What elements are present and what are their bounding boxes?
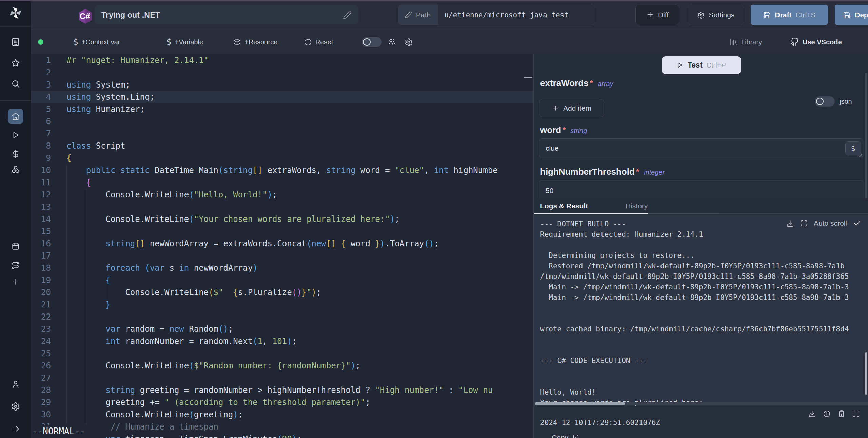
code-line[interactable]: 18 foreach (var s in newWordArray) [31, 262, 533, 274]
code-line[interactable]: 13 [31, 201, 533, 213]
code-line[interactable]: 25 [31, 347, 533, 360]
sidebar-item-add[interactable] [11, 278, 20, 286]
scrollbar-thumb[interactable] [535, 402, 625, 405]
check-icon[interactable] [853, 219, 861, 227]
code-line[interactable]: 23 var random = new Random(); [31, 323, 533, 335]
windmill-logo-icon[interactable] [8, 5, 23, 22]
sidebar-item-variables[interactable] [11, 150, 20, 158]
json-toggle[interactable] [815, 96, 835, 107]
field-name: extraWords [540, 78, 589, 89]
tab-history[interactable]: History [626, 198, 648, 213]
path-label-section: Path [398, 5, 438, 25]
code-line[interactable]: 19 { [31, 274, 533, 286]
result-section: 2024-12-10T17:29:51.6021076Z Copy [534, 406, 868, 438]
test-button[interactable]: Test Ctrl+↵ [662, 56, 741, 74]
code-line[interactable]: 14 Console.WriteLine("Your chosen words … [31, 213, 533, 225]
code-line[interactable]: 15 [31, 225, 533, 237]
edit-title-pencil-icon[interactable] [343, 11, 352, 19]
line-text: { [66, 153, 71, 163]
threshold-input[interactable]: 50 [539, 180, 863, 201]
code-line[interactable]: 16 string[] newWordArray = extraWords.Co… [31, 237, 533, 250]
toggle-switch[interactable] [362, 37, 382, 47]
code-line[interactable]: 20 Console.WriteLine($" {s.Pluralize()}"… [31, 286, 533, 299]
code-line[interactable]: 28 string greeting = randomNumber > high… [31, 384, 533, 396]
code-line[interactable]: 30 Console.WriteLine(greeting); [31, 408, 533, 421]
reset-button[interactable]: Reset [304, 30, 333, 54]
play-icon [11, 131, 20, 139]
code-line[interactable]: 12 Console.WriteLine("Hello, World!"); [31, 189, 533, 201]
test-shortcut: Ctrl+↵ [707, 61, 727, 69]
dollar-icon: $ [73, 37, 78, 47]
line-text: #r "nuget: Humanizer, 2.14.1" [66, 56, 209, 65]
collaborators-button[interactable] [388, 30, 396, 54]
code-line[interactable]: 22 [31, 311, 533, 323]
tab-logs-result[interactable]: Logs & Result [540, 198, 588, 213]
code-line[interactable]: 27 [31, 372, 533, 384]
sidebar-item-account[interactable] [11, 380, 20, 389]
line-number: 10 [31, 164, 51, 176]
log-vertical-scrollbar[interactable] [865, 352, 867, 395]
add-resource-button[interactable]: +Resource [233, 30, 277, 54]
code-line[interactable]: 6 [31, 115, 533, 128]
sidebar-item-runs[interactable] [11, 131, 20, 139]
favorites-star-icon[interactable] [11, 59, 20, 68]
editor-settings-button[interactable] [405, 30, 413, 54]
code-line[interactable]: 5using Humanizer; [31, 103, 533, 115]
splitter-handle[interactable] [524, 77, 532, 78]
library-button[interactable]: Library [729, 30, 762, 54]
expand-logs-icon[interactable] [800, 220, 808, 227]
add-item-label: Add item [563, 104, 591, 112]
code-line[interactable]: 31 // Humanize a timespan [31, 421, 533, 433]
code-line[interactable]: 21 } [31, 299, 533, 311]
sidebar-item-schedules[interactable] [11, 242, 20, 251]
search-icon[interactable] [11, 79, 20, 89]
expand-result-icon[interactable] [852, 410, 860, 418]
settings-button[interactable]: Settings [688, 5, 744, 25]
add-variable-button[interactable]: $ +Variable [166, 30, 203, 54]
code-line[interactable]: 10 public static DateTime Main(string[] … [31, 164, 533, 176]
code-line[interactable]: 24 int randomNumber = random.Next(1, 101… [31, 335, 533, 347]
diff-button[interactable]: Diff [635, 5, 679, 25]
use-vscode-button[interactable]: Use VScode [790, 30, 842, 54]
code-line[interactable]: 17 [31, 250, 533, 262]
clipboard-icon[interactable] [837, 410, 845, 418]
copy-button[interactable]: Copy [552, 434, 580, 438]
code-line[interactable]: 9{ [31, 152, 533, 164]
info-icon[interactable] [823, 410, 831, 418]
path-value[interactable]: u/etienne/microsoft_java_test [438, 5, 575, 25]
word-input[interactable]: clue $ [539, 138, 863, 158]
code-line[interactable]: 4using System.Linq; [31, 91, 533, 103]
code-line[interactable]: 11 { [31, 176, 533, 189]
code-line[interactable]: 7 [31, 128, 533, 140]
code-line[interactable]: 29 greeting += " (according to the thres… [31, 396, 533, 408]
csharp-language-icon: C# [77, 8, 94, 24]
sidebar-collapse-toggle[interactable] [11, 424, 20, 433]
code-line[interactable]: 26 Console.WriteLine($"Random number: {r… [31, 360, 533, 372]
path-field[interactable]: Path u/etienne/microsoft_java_test [398, 5, 595, 25]
add-item-button[interactable]: Add item [539, 99, 604, 117]
code-line[interactable]: 32 var timespan = TimeSpan.FromMinutes(9… [31, 433, 533, 438]
download-result-icon[interactable] [808, 410, 816, 418]
sidebar-item-settings[interactable] [11, 402, 20, 411]
form-scrollbar[interactable] [865, 73, 867, 198]
code-editor[interactable]: 1#r "nuget: Humanizer, 2.14.1"23using Sy… [31, 54, 533, 438]
sidebar-item-home-active[interactable] [8, 109, 23, 124]
workspace-icon[interactable] [11, 38, 20, 47]
resize-handle-icon[interactable] [859, 153, 862, 157]
log-line [540, 303, 868, 313]
download-logs-icon[interactable] [786, 220, 794, 227]
code-line[interactable]: 2 [31, 66, 533, 79]
deploy-button[interactable]: Deploy [835, 5, 868, 25]
mode-toggle[interactable] [362, 30, 382, 54]
sidebar-item-resources[interactable] [11, 165, 20, 175]
log-output[interactable]: --- DOTNET BUILD ---Requirement detected… [534, 215, 868, 406]
add-context-var-button[interactable]: $ +Context var [73, 30, 120, 54]
code-line[interactable]: 1#r "nuget: Humanizer, 2.14.1" [31, 54, 533, 66]
sidebar-item-flows[interactable] [11, 261, 20, 270]
script-title-field[interactable]: Trying out .NET [95, 5, 358, 24]
dollar-label: $ [851, 145, 855, 153]
draft-button[interactable]: Draft Ctrl+S [751, 5, 828, 25]
code-line[interactable]: 3using System; [31, 79, 533, 91]
log-horizontal-scrollbar[interactable] [534, 402, 868, 405]
code-line[interactable]: 8class Script [31, 140, 533, 152]
